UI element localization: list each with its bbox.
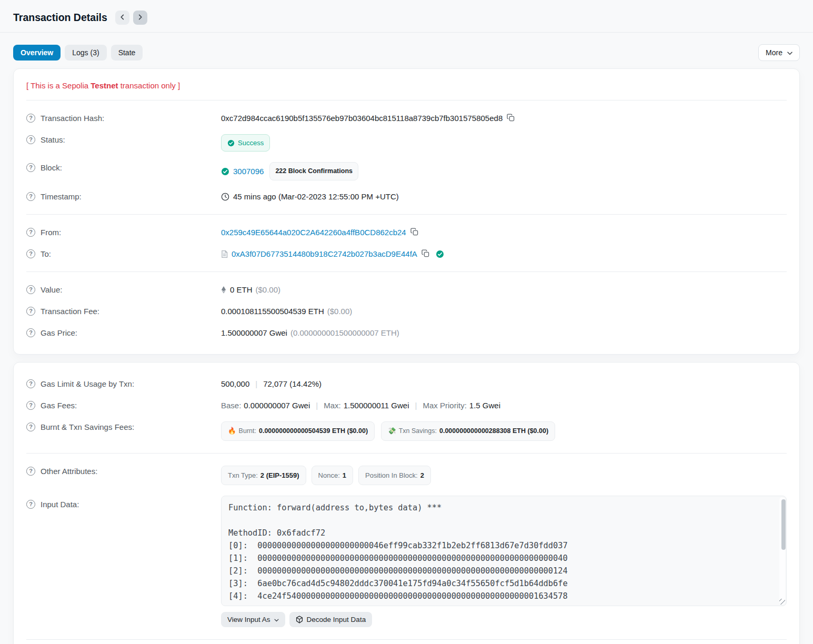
copy-icon (507, 114, 515, 123)
transaction-hash-label: Transaction Hash: (41, 113, 104, 124)
prev-transaction-button[interactable] (115, 11, 129, 25)
block-number-link[interactable]: 3007096 (233, 166, 264, 177)
contract-document-icon (221, 250, 228, 258)
tab-state[interactable]: State (111, 45, 143, 61)
help-icon[interactable]: ? (26, 114, 35, 123)
input-data-row: ? Input Data: Function: forward(address … (26, 490, 787, 632)
help-icon[interactable]: ? (26, 467, 35, 476)
other-attributes-row: ? Other Attributes: Txn Type: 2 (EIP-155… (26, 460, 787, 490)
decode-cube-icon (296, 616, 303, 623)
to-label: To: (41, 248, 51, 259)
status-badge: Success (221, 134, 270, 152)
next-transaction-button[interactable] (133, 11, 147, 25)
status-row: ? Status: Success (26, 129, 787, 157)
burnt-savings-label: Burnt & Txn Savings Fees: (41, 421, 134, 432)
value-label: Value: (41, 284, 62, 295)
header-divider (0, 32, 813, 33)
more-button[interactable]: More (758, 44, 800, 61)
copy-hash-button[interactable] (507, 114, 515, 123)
view-input-as-button[interactable]: View Input As (221, 612, 285, 627)
gas-usage-value: 72,077 (14.42%) (263, 378, 322, 389)
gas-fees-row: ? Gas Fees: Base: 0.000000007 Gwei | Max… (26, 395, 787, 416)
divider (26, 639, 787, 640)
nonce-label: Nonce: (318, 470, 340, 481)
txn-savings-badge-value: 0.000000000000288308 ETH ($0.00) (439, 426, 548, 437)
gas-fees-label: Gas Fees: (41, 400, 77, 411)
timestamp-row: ? Timestamp: 45 mins ago (Mar-02-2023 12… (26, 186, 787, 207)
transaction-fee-value: 0.000108115500504539 ETH (221, 306, 324, 317)
nonce-value: 1 (343, 470, 346, 481)
separator: | (415, 400, 417, 411)
max-fee-label: Max: (324, 400, 341, 411)
transaction-details-page: Transaction Details Overview Logs (3) St… (0, 0, 813, 644)
overview-card: [ This is a Sepolia Testnet transaction … (13, 68, 800, 355)
copy-to-address-button[interactable] (421, 249, 429, 259)
chevron-down-icon (787, 48, 792, 57)
decode-input-data-label: Decode Input Data (307, 616, 366, 623)
status-label: Status: (41, 134, 65, 145)
block-confirmations-badge: 222 Block Confirmations (269, 162, 358, 180)
notice-text-bold: Testnet (91, 81, 118, 90)
base-fee-value: 0.000000007 Gwei (244, 400, 310, 411)
position-in-block-value: 2 (420, 470, 424, 481)
scrollbar-thumb[interactable] (781, 499, 786, 550)
clock-icon (221, 193, 229, 201)
tab-overview[interactable]: Overview (13, 45, 61, 61)
help-icon[interactable]: ? (26, 163, 35, 172)
txn-type-value: 2 (EIP-1559) (260, 470, 299, 481)
help-icon[interactable]: ? (26, 401, 35, 410)
input-data-box[interactable]: Function: forward(address to,bytes data)… (221, 496, 787, 606)
separator: | (255, 378, 257, 389)
input-data-content: Function: forward(address to,bytes data)… (228, 501, 772, 600)
transaction-fee-label: Transaction Fee: (41, 306, 99, 317)
burnt-badge-label: Burnt: (239, 426, 256, 437)
eth-icon (221, 286, 226, 294)
money-wings-icon: 💸 (388, 426, 396, 437)
txn-savings-badge-label: Txn Savings: (399, 426, 437, 437)
timestamp-label: Timestamp: (41, 191, 82, 202)
position-in-block-badge: Position In Block: 2 (358, 466, 431, 485)
page-header: Transaction Details (0, 0, 813, 32)
max-priority-fee-label: Max Priority: (423, 400, 466, 411)
burnt-badge: 🔥 Burnt: 0.000000000000504539 ETH ($0.00… (221, 421, 375, 441)
gas-limit-label: Gas Limit & Usage by Txn: (41, 378, 134, 389)
tab-logs[interactable]: Logs (3) (65, 45, 106, 61)
help-icon[interactable]: ? (26, 379, 35, 388)
from-address-link[interactable]: 0x259c49E65644a020C2A642260a4ffB0CD862cb… (221, 227, 406, 238)
separator: | (316, 400, 318, 411)
to-row: ? To: 0xA3f07D6773514480b918C2742b027b3a… (26, 243, 787, 265)
testnet-notice: [ This is a Sepolia Testnet transaction … (26, 79, 787, 93)
help-icon[interactable]: ? (26, 249, 35, 258)
txn-type-badge: Txn Type: 2 (EIP-1559) (221, 466, 306, 485)
help-icon[interactable]: ? (26, 192, 35, 201)
copy-from-address-button[interactable] (410, 228, 418, 237)
notice-text-pre: [ This is a Sepolia (26, 81, 91, 90)
input-data-actions: View Input As Decode Input Data (221, 612, 787, 627)
check-circle-icon (227, 139, 235, 147)
transaction-hash-value: 0xc72d984ccac6190b5f135576eb97b03604bc81… (221, 113, 503, 124)
gas-price-eth: (0.000000001500000007 ETH) (290, 327, 399, 338)
value-row: ? Value: 0 ETH ($0.00) (26, 279, 787, 300)
transaction-hash-row: ? Transaction Hash: 0xc72d984ccac6190b5f… (26, 107, 787, 129)
help-icon[interactable]: ? (26, 285, 35, 294)
value-eth: 0 ETH (230, 284, 253, 295)
help-icon[interactable]: ? (26, 422, 35, 431)
help-icon[interactable]: ? (26, 500, 35, 509)
divider (26, 271, 787, 272)
nonce-badge: Nonce: 1 (312, 466, 353, 485)
txn-type-label: Txn Type: (228, 470, 258, 481)
to-address-link[interactable]: 0xA3f07D6773514480b918C2742b027b3acD9E44… (232, 248, 417, 259)
help-icon[interactable]: ? (26, 228, 35, 237)
value-usd: ($0.00) (256, 284, 281, 295)
max-fee-value: 1.500000011 Gwei (344, 400, 409, 411)
gas-price-value: 1.500000007 Gwei (221, 327, 287, 338)
gas-limit-row: ? Gas Limit & Usage by Txn: 500,000 | 72… (26, 373, 787, 395)
help-icon[interactable]: ? (26, 328, 35, 337)
help-icon[interactable]: ? (26, 135, 35, 144)
chevron-left-icon (119, 14, 125, 22)
tab-group: Overview Logs (3) State (13, 45, 143, 61)
page-title: Transaction Details (13, 12, 107, 24)
help-icon[interactable]: ? (26, 307, 35, 316)
chevron-down-icon (274, 616, 279, 623)
decode-input-data-button[interactable]: Decode Input Data (289, 612, 373, 627)
